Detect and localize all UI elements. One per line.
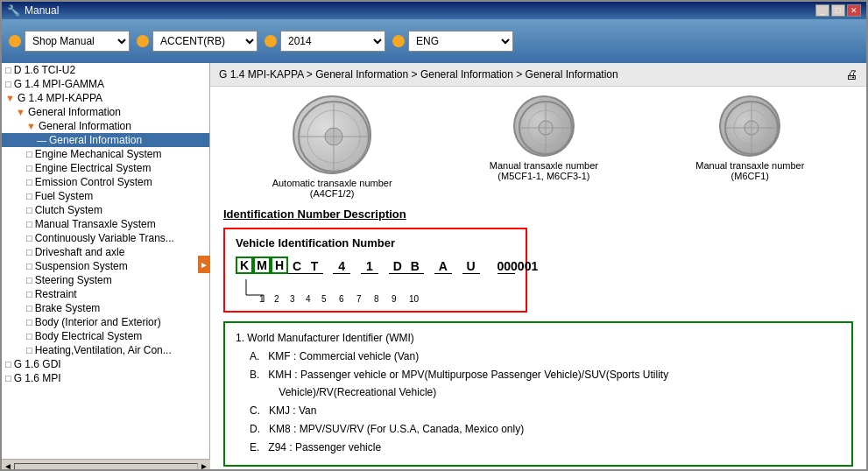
- scroll-left-arrow[interactable]: ◄: [4, 461, 12, 471]
- vin-space6: [487, 260, 490, 274]
- sidebar-item-body[interactable]: □ Body (Interior and Exterior): [2, 315, 209, 329]
- maximize-button[interactable]: □: [831, 4, 845, 17]
- sidebar-expand-icon: ▼: [16, 107, 25, 117]
- sidebar-icon: □: [26, 261, 32, 271]
- sidebar-label: Fuel System: [35, 190, 94, 202]
- sidebar-item-g16mpi[interactable]: □ G 1.6 MPI: [2, 371, 209, 385]
- sidebar-label: Suspension System: [35, 260, 128, 272]
- sidebar-label: Manual Transaxle System: [35, 218, 156, 230]
- sidebar-item-steering[interactable]: □ Steering System: [2, 273, 209, 287]
- sidebar-wrapper: □ D 1.6 TCI-U2 □ G 1.4 MPI-GAMMA ▼ G 1.4…: [2, 63, 210, 471]
- sidebar-item-clutch-system[interactable]: □ Clutch System: [2, 203, 209, 217]
- manual-transaxle-diagram2: Manual transaxle number (M6CF1): [695, 95, 804, 181]
- breadcrumb: G 1.4 MPI-KAPPA > General Information > …: [219, 68, 618, 81]
- vin-char-t: T: [306, 259, 323, 274]
- sidebar-item-general-info-selected[interactable]: — General Information: [2, 133, 209, 147]
- svg-text:4: 4: [306, 294, 311, 304]
- sidebar-item-suspension[interactable]: □ Suspension System: [2, 259, 209, 273]
- vin-char-c: C: [288, 259, 306, 274]
- sidebar-item-g16gdi[interactable]: □ G 1.6 GDI: [2, 357, 209, 371]
- vin-chars: K M H C T 4 1 D B A: [236, 257, 515, 274]
- sidebar-icon: □: [26, 303, 32, 313]
- sidebar-icon: □: [26, 149, 32, 159]
- close-button[interactable]: ✕: [847, 4, 861, 17]
- sidebar-label: G 1.4 MPI-GAMMA: [14, 78, 104, 90]
- sidebar-label: Engine Mechanical System: [35, 148, 162, 160]
- sidebar-item-manual-transaxle[interactable]: □ Manual Transaxle System: [2, 217, 209, 231]
- main-layout: □ D 1.6 TCI-U2 □ G 1.4 MPI-GAMMA ▼ G 1.4…: [2, 63, 866, 471]
- year-select-group: 2014: [265, 31, 385, 52]
- sidebar-item-fuel-system[interactable]: □ Fuel System: [2, 189, 209, 203]
- svg-text:9: 9: [392, 294, 397, 304]
- model-dot: [137, 35, 149, 47]
- vin-char-a: A: [434, 259, 452, 274]
- sidebar-item-brake[interactable]: □ Brake System: [2, 301, 209, 315]
- vin-char-h: H: [271, 257, 288, 274]
- sidebar-icon: □: [26, 191, 32, 201]
- content-inner: Automatic transaxle number (A4CF1/2): [210, 87, 866, 471]
- sidebar-label: Driveshaft and axle: [35, 246, 125, 258]
- sidebar-item-g14mpigamma[interactable]: □ G 1.4 MPI-GAMMA: [2, 77, 209, 91]
- sidebar-label: Body Electrical System: [35, 330, 143, 342]
- diagrams-row: Automatic transaxle number (A4CF1/2): [223, 95, 853, 199]
- sidebar-label: Restraint: [35, 288, 77, 300]
- svg-text:7: 7: [356, 294, 362, 304]
- shop-manual-select-group: Shop Manual: [9, 31, 130, 52]
- model-dropdown[interactable]: ACCENT(RB): [152, 31, 258, 52]
- sidebar-nav-bottom: ◄ ►: [2, 459, 210, 471]
- scroll-right-arrow[interactable]: ►: [200, 461, 208, 471]
- svg-text:5: 5: [321, 294, 327, 304]
- title-bar: 🔧 Manual _ □ ✕: [2, 2, 866, 19]
- sidebar-item-body-electrical[interactable]: □ Body Electrical System: [2, 329, 209, 343]
- sidebar-item-cvt[interactable]: □ Continuously Variable Trans...: [2, 231, 209, 245]
- sidebar-item-g14mpikappa[interactable]: ▼ G 1.4 MPI-KAPPA: [2, 91, 209, 105]
- vin-space1: [327, 264, 329, 274]
- year-dot: [265, 35, 277, 47]
- sidebar-expand-icon: ▼: [5, 93, 15, 103]
- wmi-item-d: D. KM8 : MPV/SUV/RV (For U.S.A, Canada, …: [236, 421, 841, 438]
- vin-space5: [455, 260, 459, 274]
- sidebar-item-emission-control[interactable]: □ Emission Control System: [2, 175, 209, 189]
- sidebar-item-general-info-l2[interactable]: ▼ General Information: [2, 119, 209, 133]
- sidebar: □ D 1.6 TCI-U2 □ G 1.4 MPI-GAMMA ▼ G 1.4…: [2, 63, 210, 459]
- sidebar-item-restraint[interactable]: □ Restraint: [2, 287, 209, 301]
- sidebar-label: General Information: [39, 120, 131, 132]
- sidebar-label: General Information: [49, 134, 142, 146]
- sidebar-doc-icon: —: [37, 135, 46, 145]
- sidebar-label: Engine Electrical System: [35, 162, 152, 174]
- vin-title: Vehicle Identification Number: [236, 236, 515, 250]
- auto-transaxle-diagram: Automatic transaxle number (A4CF1/2): [272, 95, 392, 199]
- sidebar-label: Steering System: [35, 274, 112, 286]
- auto-transaxle-label: Automatic transaxle number (A4CF1/2): [272, 178, 392, 199]
- vin-char-k: K: [236, 257, 253, 274]
- sidebar-item-driveshaft[interactable]: □ Driveshaft and axle: [2, 245, 209, 259]
- model-select-group: ACCENT(RB): [137, 31, 258, 52]
- content-area: G 1.4 MPI-KAPPA > General Information > …: [210, 63, 866, 471]
- sidebar-label: Continuously Variable Trans...: [35, 232, 174, 244]
- wmi-section: 1. World Manufacturer Identifier (WMI) A…: [223, 321, 853, 467]
- lang-dropdown[interactable]: ENG: [408, 31, 513, 52]
- shop-manual-dropdown[interactable]: Shop Manual: [25, 31, 130, 52]
- app-icon: 🔧: [7, 4, 20, 17]
- sidebar-item-hvac[interactable]: □ Heating,Ventilation, Air Con...: [2, 343, 209, 357]
- svg-text:3: 3: [290, 294, 295, 304]
- sidebar-icon: □: [5, 65, 11, 75]
- minimize-button[interactable]: _: [815, 4, 829, 17]
- sidebar-item-engine-mechanical[interactable]: □ Engine Mechanical System: [2, 147, 209, 161]
- sidebar-item-engine-electrical[interactable]: □ Engine Electrical System: [2, 161, 209, 175]
- expand-panel-button[interactable]: ►: [198, 256, 210, 273]
- svg-text:10: 10: [409, 294, 420, 304]
- lang-select-group: ENG: [392, 31, 513, 52]
- year-dropdown[interactable]: 2014: [280, 31, 385, 52]
- section-title: Identification Number Description: [223, 207, 853, 221]
- sidebar-icon: □: [26, 163, 32, 173]
- sidebar-item-d16tciu2[interactable]: □ D 1.6 TCI-U2: [2, 63, 209, 77]
- print-icon[interactable]: 🖨: [845, 67, 857, 81]
- sidebar-item-general-info-l1[interactable]: ▼ General Information: [2, 105, 209, 119]
- sidebar-icon: □: [5, 79, 11, 89]
- title-bar-left: 🔧 Manual: [7, 4, 59, 17]
- svg-text:2: 2: [274, 294, 279, 304]
- sidebar-label: G 1.6 MPI: [14, 372, 61, 384]
- sidebar-icon: □: [26, 247, 32, 257]
- sidebar-icon: □: [26, 177, 32, 187]
